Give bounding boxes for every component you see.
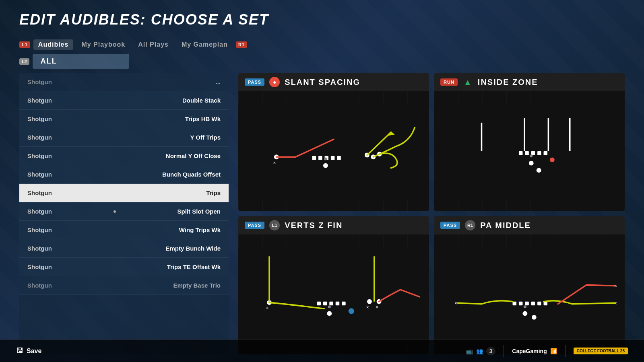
list-item[interactable]: Shotgun Empty Bunch Wide xyxy=(19,239,229,258)
svg-text:×: × xyxy=(266,305,269,311)
run-badge: RUN xyxy=(440,78,458,86)
save-label: Save xyxy=(27,348,41,355)
play-title: INSIDE ZONE xyxy=(478,78,538,87)
r1-button: R1 xyxy=(465,220,475,230)
svg-rect-28 xyxy=(238,247,429,342)
username: CapeGaming xyxy=(512,348,547,354)
user-count: 3 xyxy=(486,347,496,355)
tab-all-plays[interactable]: All Plays xyxy=(133,39,173,50)
svg-rect-46 xyxy=(513,302,516,305)
filter-row: L2 ALL xyxy=(0,50,644,73)
svg-rect-48 xyxy=(525,302,528,305)
play-diagram: × × × xyxy=(434,234,625,354)
r1-badge: R1 xyxy=(236,41,247,48)
l1-button: L1 xyxy=(269,220,280,230)
svg-point-34 xyxy=(327,311,332,316)
network-icon: 📶 xyxy=(550,348,557,354)
list-item[interactable]: Shotgun Y Off Trips xyxy=(19,128,229,147)
user-info: 📺 👥 3 xyxy=(466,347,496,355)
svg-text:×: × xyxy=(376,304,378,310)
tab-audibles[interactable]: Audibles xyxy=(33,39,74,50)
list-item[interactable]: Shotgun Split Slot Open xyxy=(19,202,229,221)
svg-text:×: × xyxy=(273,160,276,166)
svg-point-24 xyxy=(529,161,534,166)
svg-point-39 xyxy=(349,308,354,314)
play-card-pa-middle[interactable]: PASS R1 PA MIDDLE xyxy=(434,216,625,354)
play-title: SLANT SPACING xyxy=(285,78,360,87)
svg-point-6 xyxy=(323,163,328,168)
play-diagram: × xyxy=(238,91,429,211)
list-item[interactable]: Shotgun ... xyxy=(19,73,229,91)
svg-point-53 xyxy=(532,315,537,320)
svg-point-54 xyxy=(524,305,526,308)
play-card-inside-zone[interactable]: RUN ▲ INSIDE ZONE xyxy=(434,73,625,211)
list-item[interactable]: Shotgun Trips TE Offset Wk xyxy=(19,258,229,276)
pass-badge: PASS xyxy=(440,222,460,229)
svg-rect-33 xyxy=(342,302,345,305)
play-diagram: × × × xyxy=(238,234,429,354)
pass-badge: PASS xyxy=(245,78,264,86)
list-item-active[interactable]: Shotgun Trips xyxy=(19,184,229,202)
user-icon: 📺 xyxy=(466,348,473,354)
bottom-right: 📺 👥 3 CapeGaming 📶 COLLEGE FOOTBALL 25 xyxy=(466,345,628,357)
username-section: CapeGaming 📶 xyxy=(512,348,557,354)
svg-text:×: × xyxy=(366,304,369,310)
list-item[interactable]: Shotgun Empty Base Trio xyxy=(19,276,229,295)
svg-rect-5 xyxy=(337,156,341,160)
svg-point-38 xyxy=(328,305,331,308)
l1-badge: L1 xyxy=(19,41,30,48)
list-item[interactable]: Shotgun Wing Trips Wk xyxy=(19,221,229,239)
svg-rect-4 xyxy=(331,156,334,160)
list-item[interactable]: Shotgun Normal Y Off Close xyxy=(19,147,229,165)
formation-list: Shotgun ... Shotgun Double Stack Shotgun… xyxy=(19,73,229,354)
svg-rect-31 xyxy=(329,302,333,305)
play-diagrams: PASS ● SLANT SPACING xyxy=(238,73,625,354)
list-item[interactable]: Shotgun Double Stack xyxy=(19,91,229,110)
svg-rect-49 xyxy=(531,302,535,305)
svg-rect-21 xyxy=(531,151,535,155)
list-item[interactable]: Shotgun Bunch Quads Offset xyxy=(19,165,229,184)
svg-text:×: × xyxy=(454,300,457,306)
save-icon: 🖫 xyxy=(16,347,23,355)
l2-badge: L2 xyxy=(19,58,29,65)
svg-rect-32 xyxy=(336,302,339,305)
svg-point-26 xyxy=(530,154,533,157)
divider xyxy=(504,345,504,357)
svg-rect-1 xyxy=(312,156,316,160)
svg-rect-0 xyxy=(238,104,429,199)
svg-rect-2 xyxy=(318,156,322,160)
svg-point-27 xyxy=(550,157,555,162)
svg-rect-19 xyxy=(519,151,522,155)
nav-tabs: L1 Audibles My Playbook All Plays My Gam… xyxy=(0,39,644,50)
svg-rect-14 xyxy=(434,104,625,199)
svg-point-52 xyxy=(522,311,527,316)
circle-button: ● xyxy=(269,77,280,87)
triangle-button: ▲ xyxy=(462,77,473,87)
filter-dropdown[interactable]: ALL xyxy=(33,54,129,69)
tab-my-gameplan[interactable]: My Gameplan xyxy=(177,39,233,50)
svg-rect-23 xyxy=(544,151,547,155)
svg-point-25 xyxy=(537,168,541,173)
svg-text:×: × xyxy=(614,300,617,306)
list-item[interactable]: Shotgun Trips HB Wk xyxy=(19,110,229,128)
play-card-slant-spacing[interactable]: PASS ● SLANT SPACING xyxy=(238,73,429,211)
bottom-bar: 🖫 Save 📺 👥 3 CapeGaming 📶 COLLEGE FOOTBA… xyxy=(0,339,644,362)
svg-rect-45 xyxy=(434,247,625,342)
play-card-verts-z-fin[interactable]: PASS L1 VERTS Z FIN xyxy=(238,216,429,354)
svg-point-11 xyxy=(324,157,327,160)
page-title: EDIT AUDIBLES: CHOOSE A SET xyxy=(19,11,625,28)
svg-rect-29 xyxy=(317,302,321,305)
svg-rect-50 xyxy=(537,302,541,305)
tab-my-playbook[interactable]: My Playbook xyxy=(76,39,130,50)
user-icon-people: 👥 xyxy=(476,348,483,354)
page-header: EDIT AUDIBLES: CHOOSE A SET xyxy=(0,0,644,35)
svg-point-36 xyxy=(367,299,372,304)
svg-rect-22 xyxy=(537,151,541,155)
play-title: VERTS Z FIN xyxy=(285,221,343,230)
svg-rect-47 xyxy=(519,302,522,305)
save-button[interactable]: 🖫 Save xyxy=(16,347,41,355)
main-layout: Shotgun ... Shotgun Double Stack Shotgun… xyxy=(0,73,644,354)
svg-text:×: × xyxy=(614,283,617,289)
play-title: PA MIDDLE xyxy=(480,221,531,230)
play-diagram xyxy=(434,91,625,211)
